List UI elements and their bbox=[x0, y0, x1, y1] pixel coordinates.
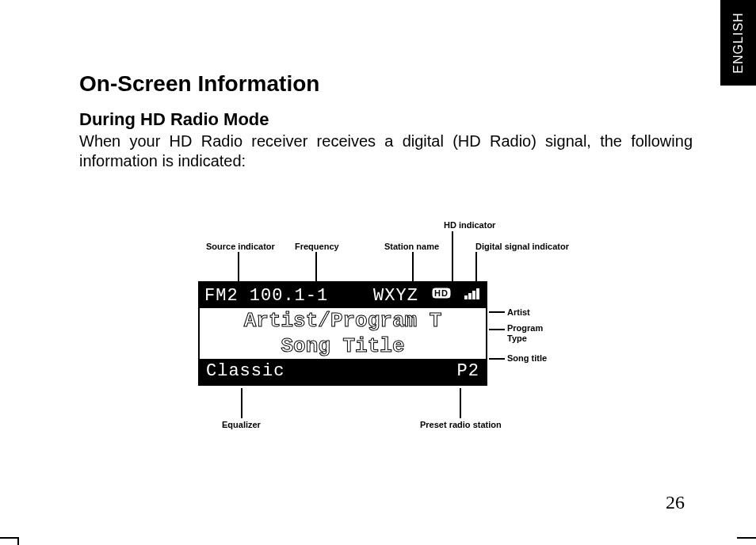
display-frequency: 100.1-1 bbox=[250, 286, 328, 306]
intro-text: When your HD Radio receiver receives a d… bbox=[79, 131, 693, 171]
leader-line bbox=[315, 252, 317, 285]
leader-line bbox=[241, 388, 242, 418]
display-artist-line: Artist/Program T bbox=[200, 308, 486, 333]
leader-line bbox=[460, 388, 461, 418]
language-label: ENGLISH bbox=[731, 12, 746, 73]
svg-rect-2 bbox=[464, 295, 468, 299]
label-source-indicator: Source indicator bbox=[206, 242, 275, 251]
page-number: 26 bbox=[666, 492, 685, 513]
leader-line bbox=[489, 311, 505, 313]
leader-line bbox=[452, 231, 453, 285]
signal-icon bbox=[464, 283, 482, 308]
leader-line bbox=[489, 358, 505, 360]
display-eq: Classic bbox=[206, 359, 284, 384]
leader-line bbox=[489, 329, 505, 330]
label-digital-signal: Digital signal indicator bbox=[475, 242, 569, 251]
display-bottom-row: Classic P2 bbox=[200, 359, 486, 384]
label-station-name: Station name bbox=[384, 242, 439, 251]
label-frequency: Frequency bbox=[295, 242, 339, 251]
page-title: On-Screen Information bbox=[79, 71, 693, 97]
page-content: On-Screen Information During HD Radio Mo… bbox=[79, 71, 693, 171]
display-source: FM2 bbox=[204, 286, 239, 306]
label-hd-indicator: HD indicator bbox=[444, 220, 495, 230]
display-figure: HD indicator Source indicator Frequency … bbox=[182, 206, 555, 444]
svg-rect-5 bbox=[476, 288, 479, 299]
display-top-row: FM2 100.1-1 WXYZ HD bbox=[200, 283, 486, 308]
label-song-title: Song title bbox=[507, 353, 547, 363]
display-song-line: Song Title bbox=[200, 333, 486, 359]
display-preset: P2 bbox=[457, 359, 479, 384]
label-equalizer: Equalizer bbox=[222, 420, 261, 429]
label-preset: Preset radio station bbox=[420, 420, 502, 429]
crop-mark bbox=[0, 537, 19, 539]
radio-display: FM2 100.1-1 WXYZ HD Artist/Progra bbox=[198, 281, 487, 386]
crop-mark bbox=[737, 537, 756, 539]
label-artist: Artist bbox=[507, 307, 530, 317]
leader-line bbox=[412, 252, 414, 285]
language-tab: ENGLISH bbox=[720, 0, 756, 86]
svg-rect-4 bbox=[472, 291, 475, 299]
svg-rect-3 bbox=[468, 293, 472, 299]
display-station: WXYZ bbox=[373, 286, 418, 306]
section-heading: During HD Radio Mode bbox=[79, 109, 693, 130]
svg-text:HD: HD bbox=[434, 288, 449, 298]
leader-line bbox=[238, 252, 239, 285]
crop-mark bbox=[17, 537, 19, 545]
leader-line bbox=[475, 252, 477, 285]
label-program-type: Program Type bbox=[507, 323, 555, 344]
hd-icon: HD bbox=[431, 283, 452, 308]
